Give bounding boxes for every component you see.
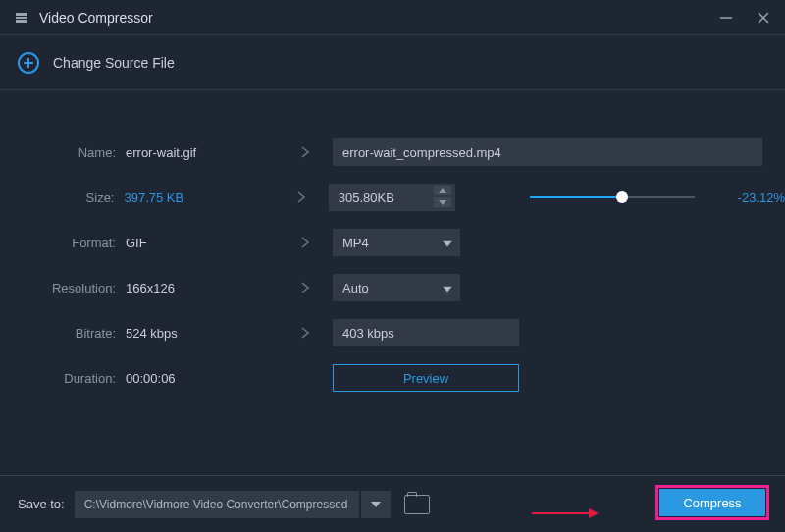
source-resolution: 166x126 bbox=[126, 281, 278, 295]
row-bitrate: Bitrate: 524 kbps 403 kbps bbox=[0, 310, 785, 355]
svg-marker-9 bbox=[439, 200, 446, 205]
label-duration: Duration: bbox=[0, 371, 126, 386]
row-size: Size: 397.75 KB 305.80KB -23.12% bbox=[0, 175, 785, 220]
arrow-icon bbox=[278, 236, 333, 249]
slider-fill bbox=[530, 196, 622, 198]
add-source-icon[interactable] bbox=[18, 52, 39, 74]
size-slider[interactable] bbox=[530, 190, 695, 204]
svg-rect-0 bbox=[16, 13, 27, 16]
svg-marker-8 bbox=[439, 188, 446, 193]
label-size: Size: bbox=[0, 190, 124, 205]
output-resolution-value: Auto bbox=[342, 281, 369, 295]
svg-rect-1 bbox=[16, 17, 27, 19]
change-source-header: Change Source File bbox=[0, 35, 785, 90]
output-format-value: MP4 bbox=[342, 236, 369, 250]
row-duration: Duration: 00:00:06 Preview bbox=[0, 355, 785, 400]
arrow-icon bbox=[275, 190, 329, 204]
save-path-dropdown[interactable] bbox=[361, 491, 391, 518]
save-to-label: Save to: bbox=[18, 497, 65, 511]
output-size-stepper[interactable]: 305.80KB bbox=[329, 184, 455, 211]
save-path-value: C:\Vidmore\Vidmore Video Converter\Compr… bbox=[84, 498, 348, 511]
svg-marker-10 bbox=[443, 241, 452, 247]
output-size-value: 305.80KB bbox=[339, 190, 394, 205]
source-size: 397.75 KB bbox=[124, 190, 274, 205]
chevron-down-icon bbox=[443, 281, 452, 295]
save-path-field[interactable]: C:\Vidmore\Vidmore Video Converter\Compr… bbox=[75, 491, 359, 518]
size-slider-wrap: -23.12% bbox=[530, 190, 785, 205]
size-step-down[interactable] bbox=[434, 197, 451, 207]
output-format-select[interactable]: MP4 bbox=[333, 229, 460, 256]
arrow-icon bbox=[278, 145, 333, 159]
output-bitrate-field: 403 kbps bbox=[333, 319, 519, 346]
label-bitrate: Bitrate: bbox=[0, 326, 126, 341]
minimize-button[interactable] bbox=[718, 10, 734, 26]
svg-marker-12 bbox=[371, 502, 381, 507]
slider-thumb[interactable] bbox=[616, 191, 628, 203]
open-folder-button[interactable] bbox=[404, 495, 430, 514]
output-resolution-select[interactable]: Auto bbox=[333, 274, 460, 301]
row-format: Format: GIF MP4 bbox=[0, 220, 785, 265]
source-name: error-wait.gif bbox=[126, 145, 278, 160]
source-bitrate: 524 kbps bbox=[126, 326, 278, 341]
label-format: Format: bbox=[0, 236, 126, 250]
source-format: GIF bbox=[126, 236, 278, 250]
window-title: Video Compressor bbox=[39, 10, 153, 26]
size-step-up[interactable] bbox=[434, 186, 451, 195]
form-area: Name: error-wait.gif Size: 397.75 KB 305… bbox=[0, 90, 785, 400]
output-name-value[interactable] bbox=[342, 145, 753, 160]
source-duration: 00:00:06 bbox=[126, 371, 278, 386]
compress-button[interactable]: Compress bbox=[659, 489, 765, 516]
preview-button[interactable]: Preview bbox=[333, 364, 519, 392]
size-percent: -23.12% bbox=[738, 190, 785, 205]
arrow-icon bbox=[278, 281, 333, 294]
app-logo-icon bbox=[14, 10, 29, 26]
output-name-input[interactable] bbox=[333, 138, 762, 166]
annotation-arrow bbox=[532, 508, 599, 518]
chevron-down-icon bbox=[443, 236, 452, 250]
titlebar: Video Compressor bbox=[0, 0, 785, 35]
svg-rect-2 bbox=[16, 20, 27, 23]
annotation-highlight: Compress bbox=[655, 485, 769, 520]
arrow-icon bbox=[278, 326, 333, 340]
svg-marker-11 bbox=[443, 287, 452, 293]
label-resolution: Resolution: bbox=[0, 281, 126, 295]
row-name: Name: error-wait.gif bbox=[0, 130, 785, 175]
output-bitrate-value: 403 kbps bbox=[342, 326, 394, 341]
bottom-bar: Save to: C:\Vidmore\Vidmore Video Conver… bbox=[0, 475, 785, 532]
label-name: Name: bbox=[0, 145, 126, 160]
close-button[interactable] bbox=[756, 10, 771, 26]
row-resolution: Resolution: 166x126 Auto bbox=[0, 265, 785, 310]
change-source-label[interactable]: Change Source File bbox=[53, 55, 175, 71]
